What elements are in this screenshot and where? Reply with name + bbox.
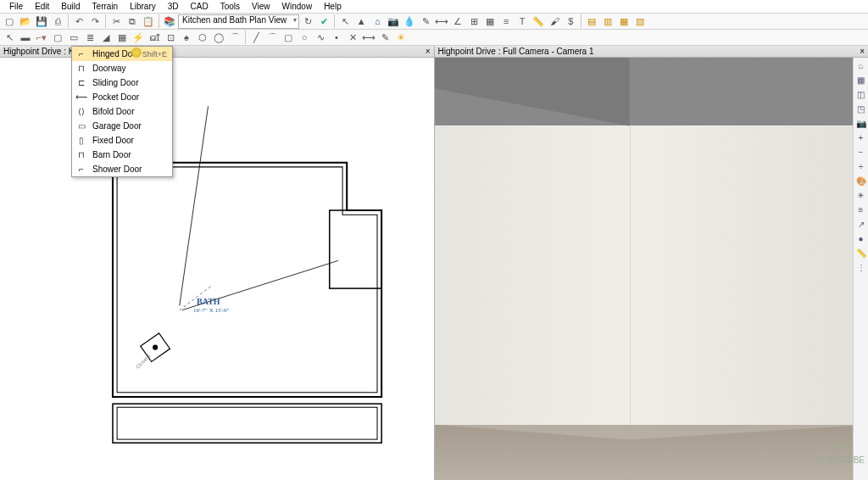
menu-terrain[interactable]: Terrain — [86, 0, 125, 13]
sun-icon[interactable]: ☀ — [393, 30, 409, 45]
rt-export-icon[interactable]: ↗ — [854, 218, 868, 232]
select-icon[interactable]: ↖ — [337, 14, 353, 29]
plan-canvas[interactable]: BATH 16'-7" X 15'-9" Closet 1 — [0, 58, 434, 480]
check-icon[interactable]: ✔ — [316, 14, 331, 29]
save-icon[interactable]: 💾 — [34, 14, 49, 29]
arc-icon[interactable]: ⌒ — [264, 30, 280, 45]
menu-doorway[interactable]: ⊓Doorway — [72, 61, 172, 75]
rt-iso-icon[interactable]: ◫ — [854, 88, 868, 102]
win3-icon[interactable]: ▦ — [616, 14, 632, 29]
rt-divide-icon[interactable]: ÷ — [854, 160, 868, 174]
menu-library[interactable]: Library — [124, 0, 162, 13]
circle-icon[interactable]: ○ — [297, 30, 312, 45]
print-icon[interactable]: ⎙ — [50, 14, 65, 29]
library-icon[interactable]: 📚 — [162, 14, 177, 29]
rt-home-icon[interactable]: ⌂ — [854, 59, 868, 73]
plant-icon[interactable]: ♠ — [179, 30, 194, 45]
redo-icon[interactable]: ↷ — [87, 14, 103, 29]
trim-icon[interactable]: ⌒ — [227, 30, 242, 45]
menu-help[interactable]: Help — [318, 0, 348, 13]
door-dropdown-icon[interactable]: ⌐▾ — [34, 30, 49, 45]
plan-title-bar[interactable]: Highpoint Drive : Kitchen an × — [0, 46, 434, 58]
line-icon[interactable]: ╱ — [248, 30, 264, 45]
brush-icon[interactable]: 🖌 — [547, 14, 562, 29]
menu-cad[interactable]: CAD — [185, 0, 214, 13]
rt-sun-icon[interactable]: ☀ — [854, 189, 868, 203]
home-icon[interactable]: ⌂ — [370, 14, 385, 29]
ruler-icon[interactable]: 📏 — [531, 14, 546, 29]
pointer-icon[interactable]: ↖ — [2, 30, 17, 45]
camera-icon[interactable]: 📷 — [386, 14, 401, 29]
roof-icon[interactable]: ◢ — [98, 30, 114, 45]
camera-canvas[interactable]: ⌂ ▦ ◫ ◳ 📷 + − ÷ 🎨 ☀ ≡ ↗ ● 📏 ⋮ — [435, 58, 869, 480]
furnish-icon[interactable]: 🛋 — [147, 30, 162, 45]
road-icon[interactable]: ⊡ — [163, 30, 178, 45]
dropper-icon[interactable]: 💧 — [402, 14, 417, 29]
win4-icon[interactable]: ▧ — [632, 14, 648, 29]
wall-icon[interactable]: ▬ — [18, 30, 33, 45]
menu-shower-door[interactable]: ⌐Shower Door — [72, 162, 172, 176]
view-combo[interactable]: Kitchen and Bath Plan View — [178, 14, 299, 29]
rt-cross-icon[interactable]: + — [854, 131, 868, 145]
menu-edit[interactable]: Edit — [29, 0, 55, 13]
rt-measure-icon[interactable]: 📏 — [854, 247, 868, 260]
win1-icon[interactable]: ▤ — [584, 14, 599, 29]
menu-window[interactable]: Window — [276, 0, 319, 13]
rt-more-icon[interactable]: ⋮ — [854, 261, 868, 275]
rt-grid-icon[interactable]: ▦ — [854, 74, 868, 87]
elev-icon[interactable]: ▦ — [482, 14, 498, 29]
new-icon[interactable]: ▢ — [2, 14, 17, 29]
note-icon[interactable]: ✎ — [377, 30, 392, 45]
spline-icon[interactable]: ∿ — [313, 30, 328, 45]
cut-icon[interactable]: ✂ — [108, 14, 124, 29]
rt-cam-icon[interactable]: 📷 — [854, 117, 868, 131]
dim2-icon[interactable]: ⟷ — [361, 30, 376, 45]
menu-garage-door[interactable]: ▭Garage Door — [72, 119, 172, 133]
refresh-icon[interactable]: ↻ — [300, 14, 315, 29]
text-icon[interactable]: T — [515, 14, 530, 29]
rt-layers-icon[interactable]: ≡ — [854, 204, 868, 217]
electrical-icon[interactable]: ⚡ — [131, 30, 146, 45]
copy-icon[interactable]: ⧉ — [125, 14, 140, 29]
close-icon[interactable]: × — [426, 47, 431, 56]
angle-icon[interactable]: ∠ — [450, 14, 465, 29]
tools-icon[interactable]: ✎ — [418, 14, 433, 29]
close-icon[interactable]: × — [860, 47, 865, 56]
window-icon[interactable]: ▢ — [50, 30, 65, 45]
menu-barn-door[interactable]: ⊓Barn Door — [72, 148, 172, 162]
menu-bifold-door[interactable]: ⟨⟩Bifold Door — [72, 104, 172, 119]
up-icon[interactable]: ▲ — [353, 14, 369, 29]
money-icon[interactable]: $ — [563, 14, 578, 29]
shower-door-icon: ⌐ — [75, 165, 87, 175]
rt-record-icon[interactable]: ● — [854, 232, 868, 246]
menu-sliding-door[interactable]: ⊏Sliding Door — [72, 75, 172, 90]
menu-file[interactable]: File — [3, 0, 29, 13]
rt-palette-icon[interactable]: 🎨 — [854, 175, 868, 188]
camera-title-bar[interactable]: Highpoint Drive : Full Camera - Camera 1… — [435, 46, 869, 58]
menu-view[interactable]: View — [246, 0, 276, 13]
undo-icon[interactable]: ↶ — [71, 14, 86, 29]
layers-icon[interactable]: ≡ — [498, 14, 514, 29]
menu-3d[interactable]: 3D — [162, 0, 185, 13]
dim-icon[interactable]: ⟷ — [434, 14, 449, 29]
menu-fixed-door[interactable]: ▯Fixed Door — [72, 133, 172, 148]
win2-icon[interactable]: ▥ — [600, 14, 615, 29]
cross-icon[interactable]: ✕ — [345, 30, 360, 45]
open-icon[interactable]: 📂 — [18, 14, 33, 29]
box-icon[interactable]: ▢ — [281, 30, 296, 45]
menu-build[interactable]: Build — [55, 0, 86, 13]
rt-minus-icon[interactable]: − — [854, 146, 868, 159]
cabinet-icon[interactable]: ▭ — [66, 30, 81, 45]
menu-tools[interactable]: Tools — [214, 0, 246, 13]
menu-hinged-door[interactable]: ⌐ Hinged Door Shift+E — [72, 47, 172, 61]
shape-icon[interactable]: ◯ — [211, 30, 226, 45]
paste-icon[interactable]: 📋 — [141, 14, 156, 29]
point-icon[interactable]: • — [329, 30, 344, 45]
rt-vec-icon[interactable]: ◳ — [854, 103, 868, 116]
section-icon[interactable]: ⊞ — [466, 14, 481, 29]
frame-icon[interactable]: ▦ — [114, 30, 130, 45]
workspace: Highpoint Drive : Kitchen an × BATH — [0, 46, 868, 480]
stair-icon[interactable]: ≣ — [82, 30, 97, 45]
menu-pocket-door[interactable]: ⟵Pocket Door — [72, 90, 172, 104]
region-icon[interactable]: ⬡ — [195, 30, 210, 45]
